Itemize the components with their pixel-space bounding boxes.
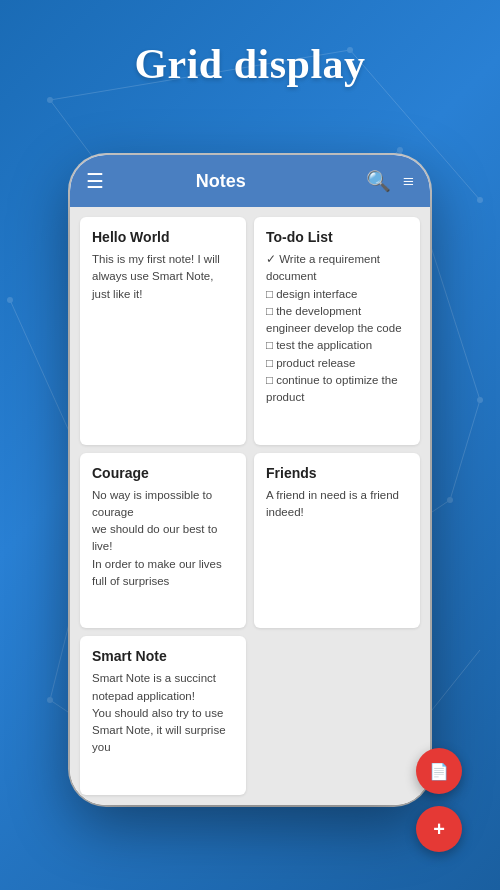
note-title: Courage bbox=[92, 465, 234, 481]
svg-point-15 bbox=[397, 147, 403, 153]
note-card-to-do-list[interactable]: To-do List ✓ Write a requirement documen… bbox=[254, 217, 420, 445]
note-title: Smart Note bbox=[92, 648, 234, 664]
svg-point-18 bbox=[477, 397, 483, 403]
page-title: Grid display bbox=[0, 0, 500, 118]
svg-point-25 bbox=[7, 297, 13, 303]
note-card-smart-note[interactable]: Smart Note Smart Note is a succinct note… bbox=[80, 636, 246, 795]
app-bar-title: Notes bbox=[88, 171, 354, 192]
phone-mockup: ☰ Notes 🔍 ≡ Hello World This is my first… bbox=[70, 155, 430, 805]
note-card-hello-world[interactable]: Hello World This is my first note! I wil… bbox=[80, 217, 246, 445]
notes-grid: Hello World This is my first note! I wil… bbox=[70, 207, 430, 805]
svg-point-17 bbox=[477, 197, 483, 203]
new-note-doc-button[interactable]: 📄 bbox=[416, 748, 462, 794]
note-body: This is my first note! I will always use… bbox=[92, 251, 234, 303]
note-title: To-do List bbox=[266, 229, 408, 245]
note-card-friends[interactable]: Friends A friend in need is a friend ind… bbox=[254, 453, 420, 629]
add-note-button[interactable]: + bbox=[416, 806, 462, 852]
add-icon: + bbox=[433, 818, 445, 841]
phone-inner: ☰ Notes 🔍 ≡ Hello World This is my first… bbox=[70, 155, 430, 805]
note-body: ✓ Write a requirement document □ design … bbox=[266, 251, 408, 406]
note-body: Smart Note is a succinct notepad applica… bbox=[92, 670, 234, 756]
app-bar: ☰ Notes 🔍 ≡ bbox=[70, 155, 430, 207]
note-body: No way is impossible to courage we shoul… bbox=[92, 487, 234, 591]
note-body: A friend in need is a friend indeed! bbox=[266, 487, 408, 522]
svg-point-21 bbox=[447, 497, 453, 503]
svg-line-12 bbox=[450, 400, 480, 500]
search-icon[interactable]: 🔍 bbox=[366, 169, 391, 193]
svg-point-22 bbox=[47, 697, 53, 703]
note-card-courage[interactable]: Courage No way is impossible to courage … bbox=[80, 453, 246, 629]
doc-icon: 📄 bbox=[429, 762, 449, 781]
filter-icon[interactable]: ≡ bbox=[403, 170, 414, 193]
fab-container: 📄 + bbox=[416, 748, 462, 852]
note-title: Hello World bbox=[92, 229, 234, 245]
note-title: Friends bbox=[266, 465, 408, 481]
